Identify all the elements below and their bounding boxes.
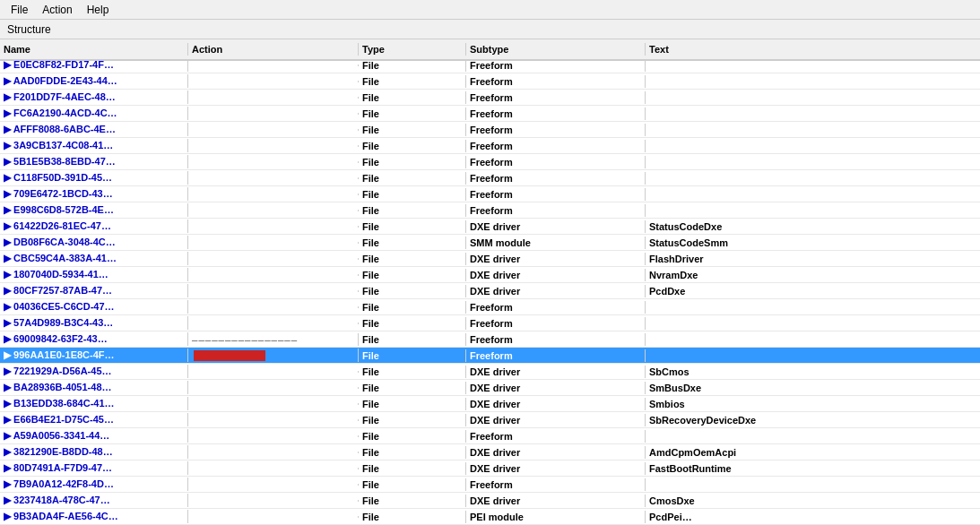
- table-row[interactable]: ▶ FC6A2190-4ACD-4C…FileFreeform: [0, 106, 980, 122]
- col-header-subtype[interactable]: Subtype: [466, 43, 646, 56]
- table-row[interactable]: ▶ E998C6D8-572B-4E…FileFreeform: [0, 202, 980, 219]
- table-row[interactable]: ▶ BA28936B-4051-48…FileDXE driverSmBusDx…: [0, 380, 980, 396]
- table-row[interactable]: ▶ AFFF8088-6ABC-4E…FileFreeform: [0, 122, 980, 138]
- col-header-text[interactable]: Text: [646, 43, 980, 56]
- col-header-name[interactable]: Name: [0, 43, 188, 56]
- table-row[interactable]: ▶ B13EDD38-684C-41…FileDXE driverSmbios: [0, 396, 980, 412]
- menu-file[interactable]: File: [4, 2, 35, 18]
- table-row[interactable]: ▶ 3A9CB137-4C08-41…FileFreeform: [0, 138, 980, 154]
- table-row[interactable]: ▶ 3237418A-478C-47…FileDXE driverCmosDxe: [0, 493, 980, 509]
- table-row[interactable]: ▶ AAD0FDDE-2E43-44…FileFreeform: [0, 73, 980, 90]
- menu-action[interactable]: Action: [35, 2, 79, 18]
- table-header: Name Action Type Subtype Text: [0, 39, 980, 61]
- col-header-type[interactable]: Type: [359, 43, 466, 56]
- table-row[interactable]: ▶ 7221929A-D56A-45…FileDXE driverSbCmos: [0, 364, 980, 380]
- table-row[interactable]: ▶ E66B4E21-D75C-45…FileDXE driverSbRecov…: [0, 412, 980, 428]
- menu-bar: File Action Help: [0, 0, 980, 20]
- table-body[interactable]: ▶ 9D695853-A840-46…FileFreeform▶ E751E27…: [0, 61, 980, 525]
- table-row[interactable]: ▶ E0EC8F82-FD17-4F…FileFreeform: [0, 61, 980, 73]
- table-container: Name Action Type Subtype Text ▶ 9D695853…: [0, 39, 980, 525]
- main-content: Name Action Type Subtype Text ▶ 9D695853…: [0, 39, 980, 525]
- table-row[interactable]: ▶ C118F50D-391D-45…FileFreeform: [0, 170, 980, 186]
- table-row[interactable]: ▶ 69009842-63F2-43…────────────────FileF…: [0, 331, 980, 348]
- table-row[interactable]: ▶ 80D7491A-F7D9-47…FileDXE driverFastBoo…: [0, 460, 980, 477]
- table-row[interactable]: ▶ 9B3ADA4F-AE56-4C…FilePEI modulePcdPei…: [0, 509, 980, 525]
- table-row[interactable]: ▶ 1807040D-5934-41…FileDXE driverNvramDx…: [0, 267, 980, 283]
- table-row[interactable]: ▶ 57A4D989-B3C4-43…FileFreeform: [0, 315, 980, 331]
- table-row[interactable]: ▶ 996AA1E0-1E8C-4F…FileFreeform: [0, 348, 980, 364]
- table-row[interactable]: ▶ 7B9A0A12-42F8-4D…FileFreeform: [0, 477, 980, 493]
- table-row[interactable]: ▶ 61422D26-81EC-47…FileDXE driverStatusC…: [0, 219, 980, 235]
- table-row[interactable]: ▶ F201DD7F-4AEC-48…FileFreeform: [0, 90, 980, 106]
- table-row[interactable]: ▶ 709E6472-1BCD-43…FileFreeform: [0, 186, 980, 202]
- menu-help[interactable]: Help: [80, 2, 117, 18]
- col-header-action[interactable]: Action: [188, 43, 359, 56]
- table-row[interactable]: ▶ 3821290E-B8DD-48…FileDXE driverAmdCpmO…: [0, 444, 980, 460]
- table-row[interactable]: ▶ A59A0056-3341-44…FileFreeform: [0, 428, 980, 444]
- table-row[interactable]: ▶ CBC59C4A-383A-41…FileDXE driverFlashDr…: [0, 251, 980, 267]
- table-row[interactable]: ▶ 04036CE5-C6CD-47…FileFreeform: [0, 299, 980, 315]
- toolbar: Structure: [0, 20, 980, 39]
- table-row[interactable]: ▶ DB08F6CA-3048-4C…FileSMM moduleStatusC…: [0, 235, 980, 251]
- table-row[interactable]: ▶ 5B1E5B38-8EBD-47…FileFreeform: [0, 154, 980, 170]
- toolbar-label: Structure: [7, 23, 51, 36]
- table-row[interactable]: ▶ 80CF7257-87AB-47…FileDXE driverPcdDxe: [0, 283, 980, 299]
